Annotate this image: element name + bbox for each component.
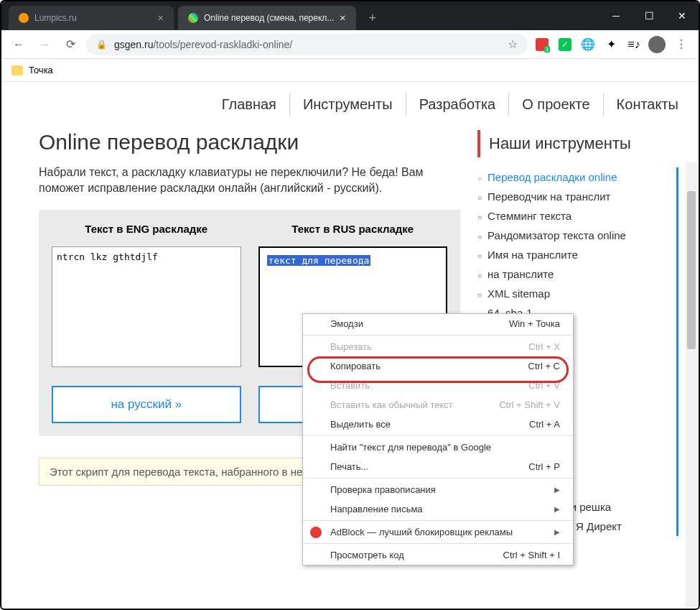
lock-icon: 🔒 xyxy=(96,40,107,50)
close-icon[interactable]: × xyxy=(340,12,345,24)
extension-check[interactable]: ✓ xyxy=(556,36,574,53)
context-menu: ЭмодзиWin + Точка ВырезатьCtrl + X Копир… xyxy=(302,313,574,565)
page-description: Набрали текст, а раскладку клавиатуры не… xyxy=(39,165,460,197)
ctx-emoji[interactable]: ЭмодзиWin + Точка xyxy=(303,314,573,333)
tool-item[interactable]: XML sitemap xyxy=(477,284,671,303)
textarea-eng[interactable] xyxy=(52,246,241,367)
nav-about[interactable]: О проекте xyxy=(509,93,603,116)
minimize-button[interactable]: ─ xyxy=(599,1,633,30)
favicon xyxy=(188,13,198,23)
tool-item[interactable]: Перевод раскладки online xyxy=(477,167,671,187)
back-button[interactable]: ← xyxy=(9,34,29,55)
tab-strip: Lumpics.ru × Online перевод (смена, пере… xyxy=(1,1,599,30)
ctx-direction[interactable]: Направление письма▶ xyxy=(303,499,573,519)
close-button[interactable]: ✕ xyxy=(666,1,699,30)
browser-toolbar: ← → ⟳ 🔒 gsgen.ru/tools/perevod-raskladki… xyxy=(1,30,699,59)
ctx-inspect[interactable]: Просмотреть кодCtrl + Shift + I xyxy=(303,545,573,565)
adblock-icon xyxy=(310,527,322,538)
nav-dev[interactable]: Разработка xyxy=(406,93,510,116)
ctx-spellcheck[interactable]: Проверка правописания▶ xyxy=(303,480,573,499)
nav-contacts[interactable]: Контакты xyxy=(604,93,678,116)
bookmarks-bar: Точка xyxy=(1,59,699,82)
reload-button[interactable]: ⟳ xyxy=(60,34,80,55)
tool-item[interactable]: на транслите xyxy=(477,264,671,284)
adblock-extension[interactable] xyxy=(533,36,551,53)
label-rus: Текст в RUS раскладке xyxy=(258,223,448,235)
tab-title: Lumpics.ru xyxy=(34,13,152,23)
address-bar[interactable]: 🔒 gsgen.ru/tools/perevod-raskladki-onlin… xyxy=(86,34,528,55)
sidebar-title: Наши инструменты xyxy=(477,130,678,157)
ctx-paste[interactable]: ВставитьCtrl + V xyxy=(303,376,573,395)
ctx-adblock[interactable]: AdBlock — лучший блокировщик рекламы▶ xyxy=(303,522,573,542)
close-icon[interactable]: × xyxy=(158,12,164,24)
tab-lumpics[interactable]: Lumpics.ru × xyxy=(9,6,174,30)
label-eng: Текст в ENG раскладке xyxy=(52,223,241,235)
maximize-button[interactable]: ☐ xyxy=(633,1,666,30)
extension-globe[interactable]: 🌐 xyxy=(579,36,597,53)
tool-item[interactable]: Рандомизатор текста online xyxy=(477,226,671,245)
bookmark-star-icon[interactable]: ☆ xyxy=(508,37,518,51)
window-controls: ─ ☐ ✕ xyxy=(599,1,699,30)
scrollbar[interactable] xyxy=(686,162,697,607)
tool-item[interactable]: Переводчик на транслит xyxy=(477,187,671,206)
ctx-print[interactable]: Печать...Ctrl + P xyxy=(303,457,573,476)
to-russian-button[interactable]: на русский » xyxy=(52,386,241,423)
ctx-search-google[interactable]: Найти "текст для перевода" в Google xyxy=(303,438,573,457)
bookmark-item[interactable]: Точка xyxy=(29,65,53,75)
tab-title: Online перевод (смена, перекл... xyxy=(204,13,334,23)
extensions-icon[interactable]: ✦ xyxy=(602,36,620,53)
reading-list-icon[interactable]: ≡♪ xyxy=(625,36,643,53)
ctx-copy[interactable]: КопироватьCtrl + C xyxy=(303,356,573,376)
url-text: gsgen.ru/tools/perevod-raskladki-online/ xyxy=(114,39,500,50)
nav-tools[interactable]: Инструменты xyxy=(290,93,406,116)
tool-item[interactable]: Имя на транслите xyxy=(477,245,671,264)
ctx-paste-plain[interactable]: Вставить как обычный текстCtrl + Shift +… xyxy=(303,395,573,415)
tab-gsgen[interactable]: Online перевод (смена, перекл... × xyxy=(178,6,356,30)
favicon xyxy=(19,13,29,23)
tool-item[interactable]: Стемминг текста xyxy=(477,206,671,226)
page-title: Online перевод раскладки xyxy=(39,130,460,154)
profile-avatar[interactable] xyxy=(648,36,666,53)
menu-button[interactable]: ⋮ xyxy=(671,34,691,55)
browser-titlebar: Lumpics.ru × Online перевод (смена, пере… xyxy=(1,1,699,30)
new-tab-button[interactable]: + xyxy=(360,6,386,30)
forward-button[interactable]: → xyxy=(34,34,55,55)
ctx-cut[interactable]: ВырезатьCtrl + X xyxy=(303,337,573,356)
folder-icon xyxy=(11,65,23,75)
ctx-select-all[interactable]: Выделить всеCtrl + A xyxy=(303,415,573,434)
nav-home[interactable]: Главная xyxy=(209,93,290,116)
scroll-thumb[interactable] xyxy=(687,191,696,349)
site-nav: Главная Инструменты Разработка О проекте… xyxy=(39,82,678,130)
